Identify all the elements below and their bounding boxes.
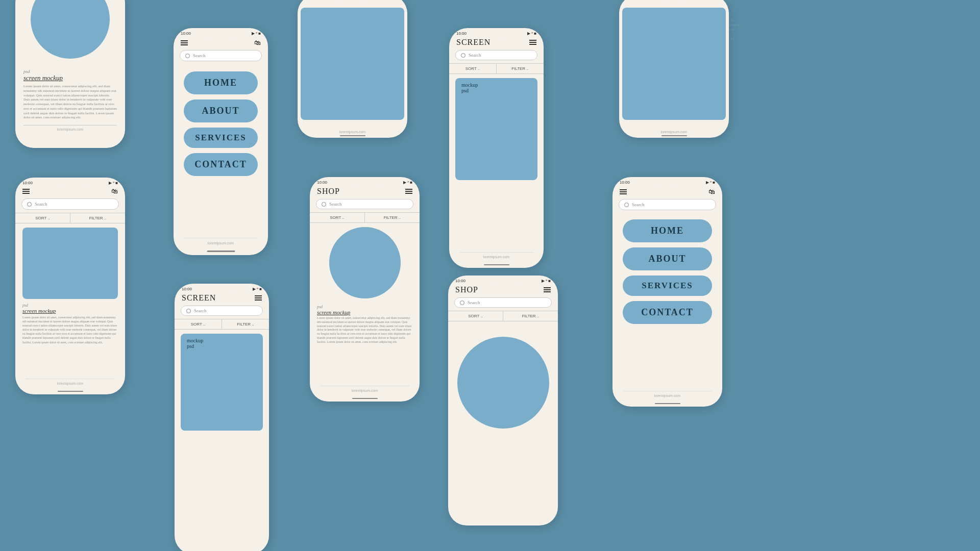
phone-header-4: SCREEN xyxy=(449,37,544,50)
nav-menu-10: HOME ABOUT SERVICES CONTACT xyxy=(612,214,722,329)
phone-nav-far-right: 10:00 ▶ ᵊ ■ 🛍 Search HOME ABOUT SERVICES… xyxy=(612,177,722,407)
url-10: loremipsum.com xyxy=(623,391,712,397)
sort-btn-6[interactable]: SORT .. xyxy=(15,213,70,223)
psd-label-6: psd xyxy=(22,303,118,308)
phone-header-8: SHOP xyxy=(310,186,420,199)
search-icon-6 xyxy=(27,202,32,207)
nav-menu-2: HOME ABOUT SERVICES CONTACT xyxy=(174,65,268,182)
search-bar-8[interactable]: Search xyxy=(316,199,413,209)
sort-btn-4[interactable]: SORT .. xyxy=(449,64,497,73)
search-bar-10[interactable]: Search xyxy=(619,199,716,210)
hamburger-icon-6 xyxy=(22,189,30,194)
nav-home-10[interactable]: HOME xyxy=(623,219,712,242)
filter-btn-8[interactable]: FILTER .. xyxy=(365,213,420,222)
home-indicator-5 xyxy=(662,135,687,137)
phone-top-center: loremipsum.com xyxy=(298,0,407,138)
filter-btn-7[interactable]: FILTER .. xyxy=(222,319,269,329)
cart-icon-10: 🛍 xyxy=(708,188,715,196)
sort-btn-8[interactable]: SORT .. xyxy=(310,213,365,222)
url-2: loremipsum.com xyxy=(184,238,258,245)
screen-mockup-label-1: screen mockup xyxy=(23,74,117,82)
lorem-6: Lorem ipsum dolor sit amet, consectetur … xyxy=(22,315,118,344)
phone-shop-center: 10:00 ▶ ᵊ ■ SHOP Search SORT .. FILTER .… xyxy=(310,177,420,402)
phone-header-2: 🛍 xyxy=(174,37,268,50)
home-indicator-4 xyxy=(484,264,509,266)
blue-content-7: mockup psd xyxy=(181,334,263,431)
search-bar-6[interactable]: Search xyxy=(21,198,119,210)
url-5: loremipsum.com xyxy=(619,130,729,134)
search-icon-2 xyxy=(185,54,190,58)
circle-top-left xyxy=(31,0,110,59)
sort-filter-4: SORT .. FILTER .. xyxy=(449,63,544,74)
home-indicator-2 xyxy=(207,251,235,252)
circle-9 xyxy=(457,337,549,429)
phone-left-mid: 10:00 ▶ ᵊ ■ 🛍 Search SORT .. FILTER .. p… xyxy=(15,178,125,394)
url-4: loremipsum.com xyxy=(459,252,533,259)
search-bar-4[interactable]: Search xyxy=(455,50,537,60)
filter-btn-9[interactable]: FILTER .. xyxy=(503,311,558,321)
url-1: loremipsum.com xyxy=(23,125,117,131)
blue-bg-3 xyxy=(301,8,404,120)
psd-label-8: psd xyxy=(317,305,412,309)
sort-btn-7[interactable]: SORT .. xyxy=(175,319,222,329)
url-6: loremipsum.com xyxy=(26,379,115,385)
search-icon-10 xyxy=(624,203,629,207)
home-indicator-10 xyxy=(655,403,680,405)
shop-title-8: SHOP xyxy=(317,187,340,196)
search-bar-7[interactable]: Search xyxy=(181,306,263,316)
home-indicator-8 xyxy=(352,398,378,399)
phone-bottom-center-left: 10:00 ▶ ᵊ ■ SCREEN Search SORT .. FILTER… xyxy=(175,284,269,551)
filter-btn-4[interactable]: FILTER .. xyxy=(497,64,544,73)
nav-services-10[interactable]: SERVICES xyxy=(623,276,712,296)
phone-nav-center: 10:00 ▶ ᵊ ■ 🛍 Search HOME ABOUT SERVICES… xyxy=(174,28,268,255)
screen-title-4: SCREEN xyxy=(456,38,491,47)
home-indicator-3 xyxy=(340,135,365,137)
screen-title-7: SCREEN xyxy=(182,293,216,303)
search-icon-8 xyxy=(322,202,326,207)
nav-about-10[interactable]: ABOUT xyxy=(623,247,712,270)
search-bar-2[interactable]: Search xyxy=(180,50,262,61)
psd-label-1: psd xyxy=(23,69,117,74)
phone-header-10: 🛍 xyxy=(612,186,722,199)
sort-filter-8: SORT .. FILTER .. xyxy=(310,212,420,223)
phone-top-left: psd screen mockup Lorem ipsum dolor sit … xyxy=(15,0,125,148)
hamburger-icon-7 xyxy=(255,295,262,300)
hamburger-icon-4 xyxy=(529,40,536,45)
lorem-8: Lorem ipsum dolor sit amet, consectetur … xyxy=(317,316,412,344)
phone-header-9: SHOP xyxy=(448,284,558,297)
shop-title-9: SHOP xyxy=(455,285,478,294)
hamburger-icon-9 xyxy=(544,287,551,292)
phone-top-far-right: loremipsum.com xyxy=(619,0,729,138)
search-icon-7 xyxy=(186,309,191,313)
search-bar-9[interactable]: Search xyxy=(454,297,552,308)
home-indicator-6 xyxy=(58,391,83,392)
screen-mockup-6: screen mockup xyxy=(22,308,118,314)
sort-filter-7: SORT .. FILTER .. xyxy=(175,319,269,330)
search-icon-9 xyxy=(460,300,464,305)
blog-content-6 xyxy=(22,228,118,299)
hamburger-icon-8 xyxy=(405,189,412,194)
sort-btn-9[interactable]: SORT .. xyxy=(448,311,503,321)
hamburger-icon-10 xyxy=(620,189,627,194)
blue-content-4: mockup psd xyxy=(455,78,537,180)
filter-btn-6[interactable]: FILTER .. xyxy=(70,213,125,223)
nav-contact-10[interactable]: CONTACT xyxy=(623,301,712,324)
cart-icon-2: 🛍 xyxy=(254,39,261,47)
phone-shop-right: 10:00 ▶ ᵊ ■ SHOP Search SORT .. FILTER .… xyxy=(448,276,558,525)
search-icon-4 xyxy=(461,53,465,58)
nav-home-2[interactable]: HOME xyxy=(184,71,258,94)
cart-icon-6: 🛍 xyxy=(111,187,118,195)
nav-contact-2[interactable]: CONTACT xyxy=(184,153,258,176)
nav-services-2[interactable]: SERVICES xyxy=(184,128,258,148)
url-8: loremipsum.com xyxy=(320,386,409,392)
screen-mockup-8: screen mockup xyxy=(317,309,412,315)
hamburger-icon-2 xyxy=(181,40,188,45)
nav-about-2[interactable]: ABOUT xyxy=(184,99,258,122)
phone-screen-right: 10:00 ▶ ᵊ ■ SCREEN Search SORT .. FILTER… xyxy=(449,28,544,268)
circle-8 xyxy=(329,227,401,298)
blue-bg-5 xyxy=(622,8,726,120)
url-3: loremipsum.com xyxy=(298,130,407,134)
lorem-text-1: Lorem ipsum dolor sit amet, consectetur … xyxy=(23,84,117,120)
sort-filter-6: SORT .. FILTER .. xyxy=(15,213,125,223)
phone-header-6: 🛍 xyxy=(15,186,125,198)
